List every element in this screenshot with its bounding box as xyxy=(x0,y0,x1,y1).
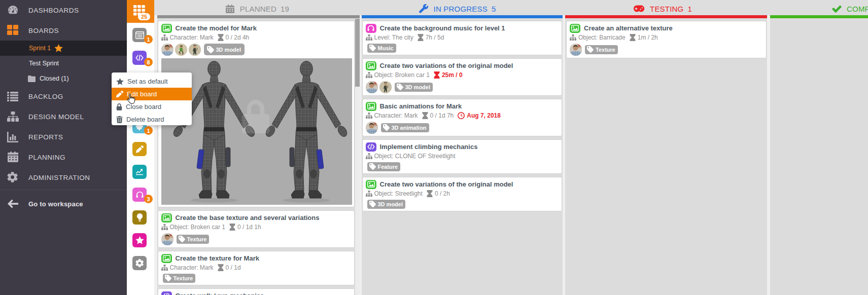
svg-text:25: 25 xyxy=(141,14,147,20)
